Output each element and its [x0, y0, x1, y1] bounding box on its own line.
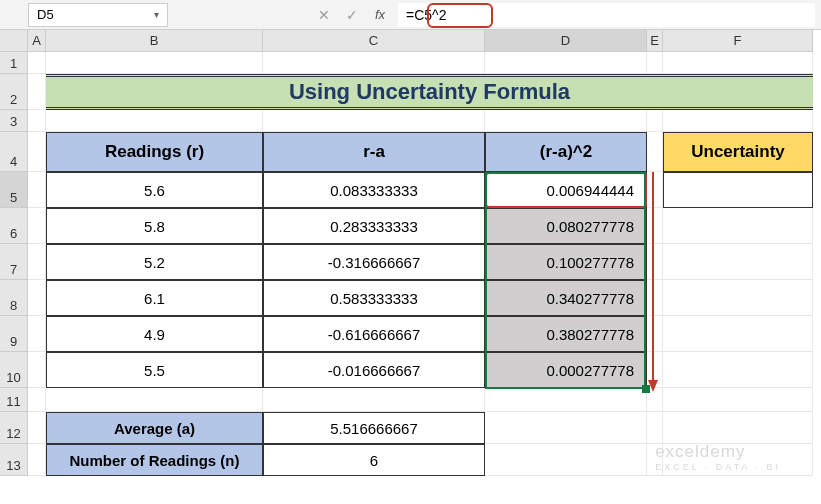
cell-r[interactable]: 5.2 [46, 244, 263, 280]
header-ra: r-a [263, 132, 485, 172]
row-header-11[interactable]: 11 [0, 388, 28, 412]
col-header-A[interactable]: A [28, 30, 46, 52]
cell-ra[interactable]: 0.283333333 [263, 208, 485, 244]
stat-n-label: Number of Readings (n) [46, 444, 263, 476]
cell-r[interactable]: 5.6 [46, 172, 263, 208]
cell[interactable] [647, 280, 663, 316]
row-header-13[interactable]: 13 [0, 444, 28, 476]
cell[interactable] [647, 316, 663, 352]
sheet-title: Using Uncertainty Formula [46, 74, 813, 110]
col-header-E[interactable]: E [647, 30, 663, 52]
active-cell-ref: D5 [37, 7, 54, 22]
row-header-10[interactable]: 10 [0, 352, 28, 388]
cell[interactable] [663, 352, 813, 388]
row-header-3[interactable]: 3 [0, 110, 28, 132]
cell-ra[interactable]: -0.016666667 [263, 352, 485, 388]
cell[interactable] [647, 110, 663, 132]
cell[interactable] [28, 316, 46, 352]
cell-ra2[interactable]: 0.100277778 [485, 244, 647, 280]
row-header-1[interactable]: 1 [0, 52, 28, 74]
cell[interactable] [28, 208, 46, 244]
cell-ra2[interactable]: 0.080277778 [485, 208, 647, 244]
cell-uncertainty[interactable] [663, 172, 813, 208]
cell-ra[interactable]: 0.583333333 [263, 280, 485, 316]
cell[interactable] [28, 132, 46, 172]
cell[interactable] [46, 110, 263, 132]
row-header-5[interactable]: 5 [0, 172, 28, 208]
cell-ra[interactable]: -0.316666667 [263, 244, 485, 280]
cell[interactable] [663, 388, 813, 412]
row-header-12[interactable]: 12 [0, 412, 28, 444]
cell-r[interactable]: 5.5 [46, 352, 263, 388]
row-header-6[interactable]: 6 [0, 208, 28, 244]
cell[interactable] [485, 52, 647, 74]
cell[interactable] [485, 110, 647, 132]
stat-n-value[interactable]: 6 [263, 444, 485, 476]
fill-handle[interactable] [642, 385, 650, 393]
row-header-9[interactable]: 9 [0, 316, 28, 352]
cell[interactable] [28, 444, 46, 476]
col-header-D[interactable]: D [485, 30, 647, 52]
cell[interactable] [28, 412, 46, 444]
col-header-C[interactable]: C [263, 30, 485, 52]
cell[interactable] [647, 208, 663, 244]
cell[interactable] [28, 280, 46, 316]
cell[interactable] [663, 110, 813, 132]
cell-ra[interactable]: -0.616666667 [263, 316, 485, 352]
cell-r[interactable]: 6.1 [46, 280, 263, 316]
cell[interactable] [663, 412, 813, 444]
cell[interactable] [663, 208, 813, 244]
col-header-F[interactable]: F [663, 30, 813, 52]
cell-ra2[interactable]: 0.340277778 [485, 280, 647, 316]
formula-input[interactable]: =C5^2 [398, 3, 815, 27]
cell-ra[interactable]: 0.083333333 [263, 172, 485, 208]
header-uncertainty: Uncertainty [663, 132, 813, 172]
cell[interactable] [485, 444, 647, 476]
row-header-8[interactable]: 8 [0, 280, 28, 316]
select-all-corner[interactable] [0, 30, 28, 52]
name-box[interactable]: D5 ▾ [28, 3, 168, 27]
fx-icon[interactable]: fx [366, 3, 394, 27]
stat-avg-value[interactable]: 5.516666667 [263, 412, 485, 444]
col-header-B[interactable]: B [46, 30, 263, 52]
confirm-icon[interactable]: ✓ [338, 3, 366, 27]
cell-r[interactable]: 4.9 [46, 316, 263, 352]
cell[interactable] [28, 172, 46, 208]
cell[interactable] [647, 132, 663, 172]
cell-value: 0.006944444 [546, 182, 634, 199]
row-header-4[interactable]: 4 [0, 132, 28, 172]
spreadsheet-grid[interactable]: A B C D E F 1 2 Using Uncertainty Formul… [0, 30, 821, 476]
cell[interactable] [647, 244, 663, 280]
row-header-2[interactable]: 2 [0, 74, 28, 110]
cell[interactable] [663, 244, 813, 280]
cell[interactable] [663, 280, 813, 316]
cell[interactable] [28, 110, 46, 132]
watermark: exceldemy EXCEL · DATA · BI [655, 442, 781, 472]
chevron-down-icon[interactable]: ▾ [154, 9, 159, 20]
cell[interactable] [263, 52, 485, 74]
cell[interactable] [28, 388, 46, 412]
cell-ra2[interactable]: 0.000277778 [485, 352, 647, 388]
cell[interactable] [263, 110, 485, 132]
cell-ra2[interactable]: 0.380277778 [485, 316, 647, 352]
cell[interactable] [263, 388, 485, 412]
cell-ra2-active[interactable]: 0.006944444 [485, 172, 647, 208]
cell-r[interactable]: 5.8 [46, 208, 263, 244]
cell[interactable] [28, 74, 46, 110]
cell[interactable] [46, 52, 263, 74]
cell[interactable] [647, 352, 663, 388]
row-header-7[interactable]: 7 [0, 244, 28, 280]
cancel-icon[interactable]: ✕ [310, 3, 338, 27]
cell[interactable] [46, 388, 263, 412]
cell[interactable] [28, 244, 46, 280]
cell[interactable] [647, 412, 663, 444]
cell[interactable] [28, 352, 46, 388]
watermark-tagline: EXCEL · DATA · BI [655, 462, 781, 472]
cell[interactable] [647, 52, 663, 74]
cell[interactable] [647, 172, 663, 208]
cell[interactable] [485, 412, 647, 444]
cell[interactable] [485, 388, 647, 412]
cell[interactable] [663, 52, 813, 74]
cell[interactable] [663, 316, 813, 352]
cell[interactable] [28, 52, 46, 74]
